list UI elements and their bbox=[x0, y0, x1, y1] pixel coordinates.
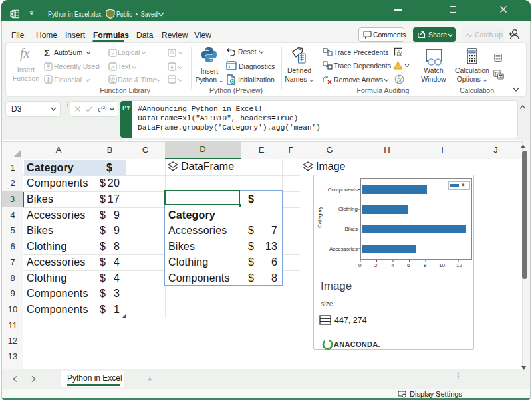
svg-text:A: A bbox=[111, 64, 115, 70]
svg-text:fx: fx bbox=[397, 76, 402, 83]
svg-text:?: ? bbox=[111, 50, 114, 56]
svg-text:θ: θ bbox=[170, 64, 174, 70]
svg-text:fx: fx bbox=[397, 50, 402, 57]
